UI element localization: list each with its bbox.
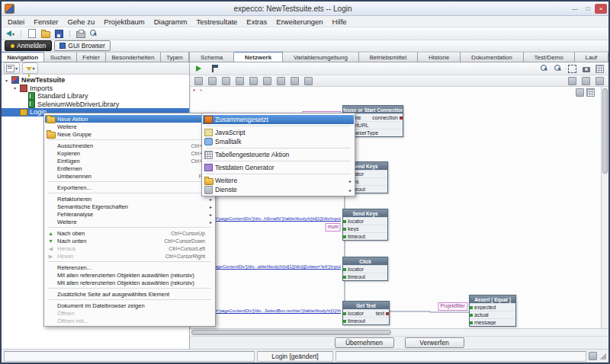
menu-item-nach-oben[interactable]: ▲Nach obenCtrl+CursorUp (45, 229, 214, 237)
expand-all-button[interactable] (580, 76, 592, 86)
tree-item-seleniumwebdriverlibrary[interactable]: SeleniumWebDriverLibrary (2, 101, 189, 109)
menu-projektbaum[interactable]: Projektbaum (99, 16, 149, 27)
input-pin[interactable] (470, 306, 473, 309)
menu-item-umbenennen[interactable]: UmbenennenF2 (45, 172, 214, 180)
menu-extras[interactable]: Extras (242, 16, 271, 27)
menu-gehe-zu[interactable]: Gehe zu (63, 16, 99, 27)
menu-item-öffnen[interactable]: Öffnen (45, 309, 214, 317)
back-button[interactable]: ▾ (5, 29, 16, 39)
expander-icon[interactable]: ▾ (12, 85, 18, 91)
expander-icon[interactable]: ▾ (4, 78, 9, 83)
tab-fehler[interactable]: Fehler (77, 52, 106, 62)
menu-item-weitere[interactable]: Weitere▸ (45, 218, 214, 225)
tab-variablenumgebung[interactable]: Variablenumgebung (283, 52, 359, 62)
anmelden-button[interactable]: Anmelden (5, 40, 52, 51)
menu-item-einfügen[interactable]: EinfügenCtrl+v (45, 157, 214, 164)
distribute-button[interactable] (275, 76, 287, 86)
menu-item-javascript[interactable]: JavaScript (203, 128, 354, 137)
tab-typen[interactable]: Typen (161, 52, 189, 62)
menu-item-zusammengesetzt[interactable]: Zusammengesetzt (203, 115, 354, 124)
tab-schema[interactable]: Schema (190, 52, 234, 62)
menu-item-nach-unten[interactable]: ▼Nach untenCtrl+CursorDown (45, 237, 214, 244)
menu-datei[interactable]: Datei (3, 16, 29, 27)
menu-fenster[interactable]: Fenster (29, 16, 63, 27)
print-button[interactable] (75, 29, 86, 39)
menu-item-öffnen-mit[interactable]: Öffnen mit... (45, 317, 214, 324)
input-pin[interactable] (343, 276, 346, 279)
menu-item-tabellengesteuerte-aktion[interactable]: Tabellengesteuerte Aktion (203, 150, 354, 159)
resize-grip-icon[interactable] (599, 353, 606, 359)
verwerfen-button[interactable]: Verwerfen (405, 337, 464, 348)
zoom-in-button[interactable] (553, 64, 564, 74)
uebernehmen-button[interactable]: Übernehmen (335, 337, 394, 348)
align-top-button[interactable] (262, 76, 273, 86)
menu-item-refaktorieren[interactable]: Refaktorieren▸ (45, 195, 214, 203)
menu-item-heraus[interactable]: ◀HerausCtrl+CursorLeft (45, 244, 214, 252)
menu-hilfe[interactable]: Hilfe (328, 16, 352, 27)
menu-item-semantische-eigenschaften[interactable]: Semantische Eigenschaften▸ (45, 203, 214, 210)
camera-button[interactable] (580, 64, 592, 74)
add-comment-button[interactable] (220, 76, 232, 86)
tab-netzwerk[interactable]: Netzwerk (234, 52, 283, 62)
close-button[interactable]: × (595, 4, 607, 14)
menu-item-smalltalk[interactable]: Smalltalk (203, 137, 354, 146)
tab-dokumentation[interactable]: Dokumentation (461, 52, 524, 62)
menu-item-mit-allen-referenzierten-objekten-auswählen-rekursiv[interactable]: Mit allen referenzierten Objekten auswäh… (45, 279, 214, 286)
add-action-button[interactable] (207, 76, 218, 86)
menu-item-referenzen[interactable]: Referenzen... (45, 263, 214, 271)
tree-item-standard-library[interactable]: Standard Library (2, 92, 189, 101)
menu-item-zusätzliche-seite-auf-ausgewähltes-element[interactable]: Zusätzliche Seite auf ausgewähltes Eleme… (45, 290, 214, 298)
menu-item-fehleranalyse[interactable]: Fehleranalyse▸ (45, 210, 214, 218)
menu-item-exportieren[interactable]: Exportieren...▸ (45, 184, 214, 191)
flag-button[interactable] (207, 64, 218, 74)
collapse-all-button[interactable] (567, 76, 578, 86)
tab-besonderheiten[interactable]: Besonderheiten (106, 52, 161, 62)
tab-historie[interactable]: Historie (418, 52, 461, 62)
select-tool-button[interactable] (193, 76, 204, 86)
menu-item-neue-aktion[interactable]: Neue Aktion▸ (45, 115, 214, 123)
input-pin[interactable] (470, 314, 473, 317)
save-button[interactable] (53, 29, 65, 39)
tab-betriebsmittel[interactable]: Betriebsmittel (359, 52, 418, 62)
run-button[interactable] (193, 64, 204, 74)
maximize-button[interactable]: □ (582, 4, 594, 14)
menu-item-kopieren[interactable]: KopierenCtrl+c (45, 149, 214, 157)
vertical-scrollbar[interactable] (601, 87, 608, 328)
menu-item-weitere[interactable]: Weitere▸ (203, 176, 354, 185)
menu-item-dienste[interactable]: Dienste▸ (203, 185, 354, 194)
menu-item-testdaten-generator[interactable]: Testdaten Generator (203, 163, 354, 172)
minimize-button[interactable]: — (569, 4, 581, 14)
new-document-button[interactable] (26, 29, 37, 39)
block-send-keys[interactable]: Send Keyslocatorkeystimeout (342, 209, 388, 241)
block-click[interactable]: Clicklocatortimeout (342, 257, 388, 281)
block-assert-equal[interactable]: Assert [ Equal ]expectedactualmessage (469, 295, 516, 327)
input-pin[interactable] (343, 220, 346, 223)
menu-item-hinein[interactable]: ▶HineinCtrl+CursorRight (45, 252, 214, 260)
literal-value-label[interactable]: Projektfilter (438, 302, 467, 311)
close-panel-button[interactable] (594, 76, 605, 86)
snap-grid-button[interactable] (303, 76, 314, 86)
tab-navigation[interactable]: Navigation (2, 52, 44, 62)
tab-test-demo[interactable]: Test/Demo (524, 52, 575, 62)
input-pin[interactable] (343, 235, 346, 238)
align-left-button[interactable] (248, 76, 259, 86)
open-folder-button[interactable] (40, 29, 51, 39)
horizontal-scrollbar-thumb[interactable] (191, 330, 391, 335)
input-pin[interactable] (470, 321, 473, 324)
tree-item-imports[interactable]: ▾Imports (2, 85, 189, 93)
menu-item-mit-allen-referenzierten-objekten-auswählen-rekursiv[interactable]: Mit allen referenzierten Objekten auswäh… (45, 271, 214, 279)
input-pin[interactable] (343, 320, 346, 323)
menu-erweiterungen[interactable]: Erweiterungen (271, 16, 327, 27)
tree-item-newtestsuite[interactable]: ▾NewTestsuite (2, 76, 189, 85)
menu-diagramm[interactable]: Diagramm (149, 16, 192, 27)
menu-item-weitere[interactable]: Weitere▸ (45, 123, 214, 130)
gui-browser-button[interactable]: GUI Browser (54, 40, 111, 51)
menu-item-neue-gruppe[interactable]: Neue Gruppe (45, 130, 214, 138)
input-pin[interactable] (343, 228, 346, 231)
menu-item-ausschneiden[interactable]: AusschneidenCtrl+x (45, 142, 214, 149)
menu-item-entfernen[interactable]: Entfernen (45, 164, 214, 172)
connection-edge[interactable] (388, 311, 469, 312)
tab-suchen[interactable]: Suchen (44, 52, 77, 62)
filter-dropdown[interactable]: ▾ (22, 62, 38, 74)
vertical-scrollbar-thumb[interactable] (602, 88, 608, 174)
